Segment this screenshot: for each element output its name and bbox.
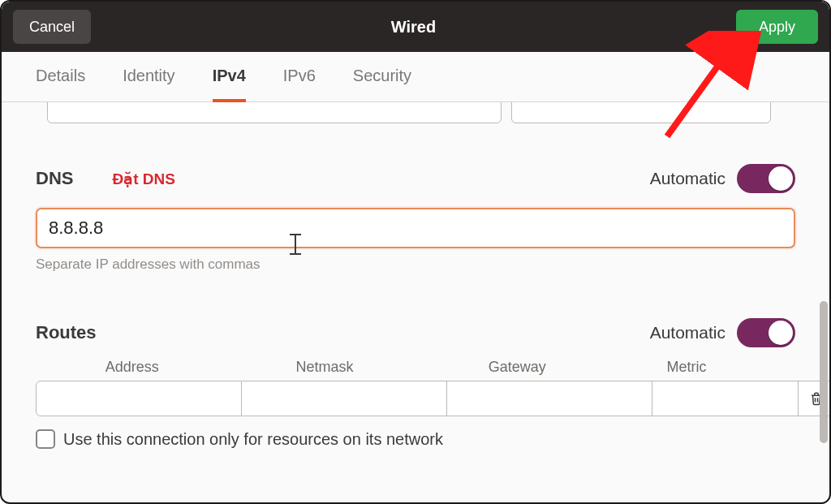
dns-automatic-label: Automatic — [650, 169, 726, 188]
tab-ipv4[interactable]: IPv4 — [213, 52, 246, 102]
dns-section-header: DNS Đặt DNS Automatic — [36, 164, 795, 193]
routes-header-gateway: Gateway — [421, 359, 614, 381]
routes-only-resources-checkbox[interactable] — [36, 429, 55, 449]
truncated-previous-row — [36, 102, 795, 125]
routes-row — [36, 381, 795, 416]
dns-title: DNS — [36, 168, 73, 189]
ipv4-panel: DNS Đặt DNS Automatic Separate IP addres… — [2, 102, 829, 502]
routes-automatic-toggle[interactable] — [737, 318, 795, 347]
routes-header-address: Address — [36, 359, 228, 381]
truncated-field-2[interactable] — [511, 102, 771, 123]
settings-dialog: Cancel Wired Apply Details Identity IPv4… — [0, 0, 831, 504]
apply-button[interactable]: Apply — [736, 10, 818, 44]
titlebar: Cancel Wired Apply — [2, 2, 829, 52]
dns-servers-input[interactable] — [36, 208, 795, 248]
route-metric-input[interactable] — [652, 381, 799, 416]
routes-only-resources-row: Use this connection only for resources o… — [36, 429, 795, 449]
routes-header-netmask: Netmask — [228, 359, 420, 381]
dns-automatic-toggle[interactable] — [737, 164, 795, 193]
content-scroll-area: DNS Đặt DNS Automatic Separate IP addres… — [2, 102, 829, 502]
truncated-field-1[interactable] — [47, 102, 502, 123]
route-netmask-input[interactable] — [242, 381, 447, 416]
dialog-title: Wired — [91, 18, 736, 37]
routes-section-header: Routes Automatic — [36, 318, 795, 347]
dns-annotation: Đặt DNS — [112, 170, 174, 188]
tab-bar: Details Identity IPv4 IPv6 Security — [2, 52, 829, 102]
routes-column-headers: Address Netmask Gateway Metric — [36, 359, 795, 381]
route-gateway-input[interactable] — [447, 381, 652, 416]
routes-only-resources-label: Use this connection only for resources o… — [63, 430, 443, 449]
routes-automatic-label: Automatic — [650, 323, 726, 342]
route-address-input[interactable] — [36, 381, 242, 416]
dns-helper-text: Separate IP addresses with commas — [36, 256, 795, 273]
tab-security[interactable]: Security — [353, 52, 411, 102]
routes-header-metric: Metric — [614, 359, 760, 381]
cancel-button[interactable]: Cancel — [13, 10, 91, 44]
content-scrollbar[interactable] — [820, 301, 828, 443]
tab-identity[interactable]: Identity — [123, 52, 174, 102]
tab-details[interactable]: Details — [36, 52, 85, 102]
routes-title: Routes — [36, 322, 97, 343]
tab-ipv6[interactable]: IPv6 — [283, 52, 316, 102]
